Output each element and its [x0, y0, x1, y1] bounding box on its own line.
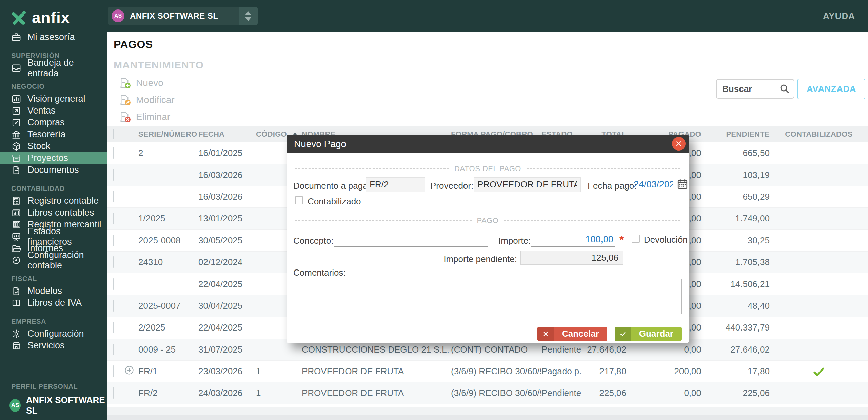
col-contabilizados[interactable]: CONTABILIZADOS	[770, 130, 868, 139]
chevron-down-icon	[245, 17, 251, 21]
sidebar-item-configuracion-contable[interactable]: Configuración contable	[0, 254, 107, 266]
sidebar-item-estados-financieros[interactable]: Estados financieros	[0, 231, 107, 242]
sidebar-section-label-negocio: NEGOCIO	[11, 83, 107, 91]
cell-fecha: 24/03/2026	[198, 388, 256, 398]
col-serie-numero[interactable]: SERIE/NÚMERO	[138, 130, 198, 139]
sidebar-nav: Mi asesoríaSUPERVISIÓNBandeja de entrada…	[0, 31, 107, 352]
devolucion-checkbox[interactable]	[632, 235, 640, 243]
sidebar-item-label: Libros contables	[27, 207, 94, 218]
row-checkbox[interactable]	[113, 235, 114, 246]
sidebar-item-documentos[interactable]: Documentos	[0, 164, 107, 176]
fecha-pago-input[interactable]	[632, 177, 675, 192]
sidebar-item-label: Proyectos	[27, 153, 68, 163]
advanced-search-button[interactable]: AVANZADA	[797, 79, 865, 99]
modal-title: Nuevo Pago	[294, 139, 346, 149]
section-datos-del-pago: DATOS DEL PAGO	[295, 164, 680, 173]
row-checkbox[interactable]	[113, 344, 114, 355]
modal-title-bar: Nuevo Pago	[287, 135, 689, 153]
col-pendiente[interactable]: PENDIENTE	[701, 130, 770, 139]
search-input[interactable]	[722, 83, 779, 95]
sidebar-item-bandeja-de-entrada[interactable]: Bandeja de entrada	[0, 62, 107, 74]
sidebar-item-libros-de-iva[interactable]: Libros de IVA	[0, 297, 107, 309]
calendar-icon[interactable]	[676, 178, 689, 190]
cell-fecha: 13/01/2025	[198, 213, 256, 224]
eliminar-button[interactable]: Eliminar	[119, 108, 175, 125]
documento-input[interactable]	[366, 177, 425, 192]
cell-serie: 2025-0007	[138, 301, 198, 311]
cell-serie: FR/1	[138, 366, 198, 377]
footer-band	[107, 407, 868, 415]
concepto-input[interactable]	[334, 232, 488, 247]
cancel-button[interactable]: Cancelar	[537, 327, 607, 341]
sidebar-item-ventas[interactable]: Ventas	[0, 105, 107, 117]
contabilizado-label: Contabilizado	[308, 196, 361, 207]
row-checkbox[interactable]	[113, 278, 114, 290]
row-checkbox[interactable]	[113, 213, 114, 224]
sidebar-item-label: Stock	[27, 141, 51, 152]
sidebar-item-mi-asesoria[interactable]: Mi asesoría	[0, 31, 107, 43]
modal-close-button[interactable]	[672, 137, 686, 151]
sidebar-item-label: Configuración contable	[27, 250, 107, 271]
inbox-icon	[11, 63, 21, 73]
sidebar-item-vision-general[interactable]: Visión general	[0, 93, 107, 105]
profile-company[interactable]: AS ANFIX SOFTWARE SL	[0, 395, 107, 416]
cell-codigo: 1	[256, 366, 302, 377]
row-checkbox[interactable]	[113, 191, 114, 202]
sidebar-item-compras[interactable]: Compras	[0, 117, 107, 128]
sidebar-item-libros-contables[interactable]: Libros contables	[0, 207, 107, 219]
sidebar-profile: PERFIL PERSONAL AS ANFIX SOFTWARE SL	[0, 374, 107, 416]
row-checkbox[interactable]	[113, 300, 114, 312]
table-row[interactable]: FR/123/03/20261PROVEEDOR DE FRUTA(3/6/9)…	[107, 361, 868, 382]
cell-pendiente: 1.705,38	[701, 257, 770, 267]
cell-serie: 24310	[138, 257, 198, 267]
cancel-x-icon	[537, 327, 554, 341]
sidebar-item-modelos[interactable]: Modelos	[0, 285, 107, 297]
sidebar-section-label-fiscal: FISCAL	[11, 275, 107, 283]
sidebar-item-label: Compras	[27, 117, 65, 128]
sidebar-item-tesoreria[interactable]: Tesorería	[0, 128, 107, 140]
cell-pendiente: 27.646,02	[701, 344, 770, 355]
sidebar: anfix Mi asesoríaSUPERVISIÓNBandeja de e…	[0, 0, 107, 420]
col-fecha[interactable]: FECHA	[198, 130, 256, 139]
calculator-icon	[11, 196, 21, 206]
sidebar-item-servicios[interactable]: Servicios	[0, 340, 107, 352]
anfix-logo[interactable]: anfix	[9, 8, 70, 27]
proveedor-input[interactable]	[474, 177, 581, 192]
row-checkbox[interactable]	[113, 147, 114, 159]
cell-serie: 1/2025	[138, 213, 198, 224]
sidebar-item-registro-contable[interactable]: Registro contable	[0, 195, 107, 207]
accounting-config-icon	[11, 255, 21, 265]
row-checkbox[interactable]	[113, 169, 114, 181]
company-selector[interactable]: AS ANFIX SOFTWARE SL	[108, 7, 258, 25]
nuevo-button[interactable]: Nuevo	[119, 75, 175, 92]
cell-fecha: 22/04/2025	[198, 322, 256, 333]
help-link[interactable]: AYUDA	[823, 0, 855, 32]
doc-delete-icon	[119, 111, 131, 123]
row-checkbox[interactable]	[113, 387, 114, 399]
table-row[interactable]: FR/224/03/20261PROVEEDOR DE FRUTA(3/6/9)…	[107, 382, 868, 404]
sidebar-item-label: Servicios	[27, 340, 65, 351]
comentarios-textarea[interactable]	[292, 279, 682, 314]
row-checkbox[interactable]	[113, 322, 114, 333]
action-label: Nuevo	[136, 78, 163, 88]
company-selector-name: ANFIX SOFTWARE SL	[130, 11, 239, 21]
sidebar-item-configuracion[interactable]: Configuración	[0, 328, 107, 340]
save-button[interactable]: Guardar	[615, 327, 682, 341]
modificar-button[interactable]: Modificar	[119, 92, 175, 108]
profile-avatar: AS	[9, 399, 21, 412]
profile-company-name: ANFIX SOFTWARE SL	[26, 395, 107, 416]
sales-icon	[11, 106, 21, 116]
importe-input[interactable]	[531, 232, 615, 247]
toolbar-actions: Nuevo Modificar Eliminar	[119, 75, 175, 125]
company-selector-arrows-icon[interactable]	[239, 7, 258, 25]
row-checkbox[interactable]	[113, 365, 114, 377]
search-icon[interactable]	[779, 83, 790, 95]
contabilizado-checkbox[interactable]	[295, 196, 303, 204]
expand-row-icon[interactable]	[124, 365, 135, 376]
required-asterisk: *	[619, 234, 624, 246]
sidebar-item-stock[interactable]: Stock	[0, 140, 107, 152]
select-all-checkbox[interactable]	[113, 129, 114, 139]
sidebar-item-proyectos[interactable]: Proyectos	[0, 152, 107, 164]
bank-icon	[11, 129, 21, 140]
row-checkbox[interactable]	[113, 256, 114, 268]
